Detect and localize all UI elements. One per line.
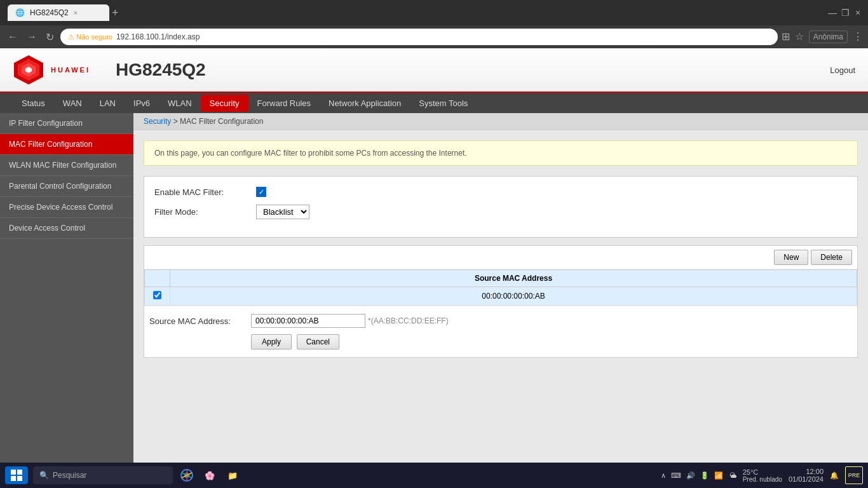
bookmark-icon[interactable]: ☆ bbox=[795, 30, 804, 43]
tab-close-btn[interactable]: × bbox=[74, 9, 78, 17]
source-mac-input[interactable] bbox=[251, 314, 365, 328]
nav-forward[interactable]: Forward Rules bbox=[248, 95, 320, 112]
source-mac-hint: *(AA:BB:CC:DD:EE:FF) bbox=[368, 316, 449, 325]
col-checkbox-header bbox=[145, 270, 170, 287]
breadcrumb-current: MAC Filter Configuration bbox=[180, 117, 263, 126]
edit-btn-row: Apply Cancel bbox=[149, 334, 852, 349]
sidebar: IP Filter Configuration MAC Filter Confi… bbox=[0, 113, 133, 463]
nav-menu: Status WAN LAN IPv6 WLAN Security Forwar… bbox=[0, 93, 868, 113]
brand-name: HUAWEI bbox=[51, 66, 90, 74]
url-bar[interactable]: ⚠ Não seguro 192.168.100.1/index.asp bbox=[60, 29, 778, 45]
content-area: Security > MAC Filter Configuration On t… bbox=[133, 113, 868, 463]
logout-btn[interactable]: Logout bbox=[830, 65, 855, 75]
sidebar-item-device-access[interactable]: Device Access Control bbox=[0, 218, 133, 239]
breadcrumb-parent[interactable]: Security bbox=[144, 117, 171, 126]
taskbar-browser-icon[interactable] bbox=[178, 466, 196, 484]
window-controls: — ❒ × bbox=[827, 8, 863, 18]
profile-btn[interactable]: Anônima bbox=[809, 30, 848, 43]
source-mac-edit-row: Source MAC Address: *(AA:BB:CC:DD:EE:FF) bbox=[149, 314, 852, 328]
new-tab-btn[interactable]: + bbox=[112, 6, 119, 20]
nav-wlan[interactable]: WLAN bbox=[159, 95, 201, 112]
menu-icon[interactable]: ⋮ bbox=[853, 30, 863, 43]
cancel-btn[interactable]: Cancel bbox=[297, 334, 339, 349]
nav-lan[interactable]: LAN bbox=[91, 95, 125, 112]
sidebar-item-wlan-mac-filter[interactable]: WLAN MAC Filter Configuration bbox=[0, 155, 133, 176]
filter-mode-label: Filter Mode: bbox=[154, 207, 256, 217]
nav-network-app[interactable]: Network Application bbox=[320, 95, 410, 112]
taskbar: 🔍 Pesquisar 🌸 📁 ∧ ⌨ 🔊 🔋 📶 🌥 25°C bbox=[0, 463, 868, 488]
sidebar-item-precise-device[interactable]: Precise Device Access Control bbox=[0, 197, 133, 218]
content-inner: On this page, you can configure MAC filt… bbox=[133, 130, 868, 368]
delete-btn[interactable]: Delete bbox=[811, 250, 852, 265]
enable-mac-filter-value bbox=[256, 187, 266, 197]
svg-rect-6 bbox=[11, 476, 16, 481]
enable-mac-filter-label: Enable MAC Filter: bbox=[154, 187, 256, 197]
tray-chevron-icon[interactable]: ∧ bbox=[661, 471, 666, 480]
weather-temp: 25°C bbox=[743, 468, 759, 476]
start-btn[interactable] bbox=[5, 466, 28, 484]
notification-icon[interactable]: 🔔 bbox=[830, 471, 839, 480]
back-btn[interactable]: ← bbox=[5, 29, 20, 45]
mac-filter-table-section: New Delete Source MAC Address bbox=[144, 245, 858, 358]
search-placeholder: Pesquisar bbox=[53, 471, 86, 480]
weather-icon: 🌥 bbox=[729, 471, 736, 479]
sidebar-item-mac-filter[interactable]: MAC Filter Configuration bbox=[0, 134, 133, 155]
edit-section: Source MAC Address: *(AA:BB:CC:DD:EE:FF)… bbox=[144, 306, 857, 357]
nav-ipv6[interactable]: IPv6 bbox=[125, 95, 159, 112]
clock-time: 12:00 bbox=[806, 468, 824, 475]
tray-network-icon: 📶 bbox=[714, 471, 723, 480]
col-source-mac-header: Source MAC Address bbox=[170, 270, 857, 287]
address-actions: ⊞ ☆ Anônima ⋮ bbox=[782, 30, 863, 43]
tray-battery-icon: 🔋 bbox=[700, 471, 709, 480]
maximize-btn[interactable]: ❒ bbox=[840, 8, 850, 18]
taskbar-right: ∧ ⌨ 🔊 🔋 📶 🌥 25°C Pred. nublado 12:00 01/… bbox=[661, 466, 863, 484]
svg-rect-7 bbox=[17, 476, 22, 481]
row-checkbox[interactable] bbox=[153, 291, 161, 299]
svg-rect-4 bbox=[11, 470, 16, 475]
table-row[interactable]: 00:00:00:00:00:AB bbox=[145, 287, 857, 306]
source-mac-edit-label: Source MAC Address: bbox=[149, 316, 251, 326]
close-btn[interactable]: × bbox=[853, 8, 863, 18]
router-ui: HUAWEI HG8245Q2 Logout Status WAN LAN IP… bbox=[0, 48, 868, 463]
taskbar-flower-icon[interactable]: 🌸 bbox=[201, 466, 219, 484]
tab-title: HG8245Q2 bbox=[30, 8, 69, 17]
not-secure-label: Não seguro bbox=[76, 33, 112, 41]
address-bar: ← → ↻ ⚠ Não seguro 192.168.100.1/index.a… bbox=[0, 25, 868, 48]
enable-mac-filter-checkbox[interactable] bbox=[256, 187, 266, 197]
browser-chrome: 🌐 HG8245Q2 × + — ❒ × bbox=[0, 0, 868, 25]
forward-btn[interactable]: → bbox=[24, 29, 39, 45]
info-text: On this page, you can configure MAC filt… bbox=[154, 149, 467, 158]
router-model: HG8245Q2 bbox=[116, 60, 830, 80]
sidebar-item-ip-filter[interactable]: IP Filter Configuration bbox=[0, 113, 133, 134]
router-header: HUAWEI HG8245Q2 Logout bbox=[0, 48, 868, 93]
row-checkbox-cell[interactable] bbox=[145, 287, 170, 306]
clock-widget[interactable]: 12:00 01/01/2024 bbox=[789, 468, 824, 483]
breadcrumb-separator: > bbox=[173, 117, 178, 126]
huawei-logo: HUAWEI bbox=[13, 54, 90, 86]
url-text: 192.168.100.1/index.asp bbox=[116, 32, 770, 41]
enable-mac-filter-row: Enable MAC Filter: bbox=[154, 187, 847, 197]
nav-wan[interactable]: WAN bbox=[54, 95, 91, 112]
taskbar-files-icon[interactable]: 📁 bbox=[224, 466, 241, 484]
nav-security[interactable]: Security bbox=[201, 95, 248, 112]
taskbar-search[interactable]: 🔍 Pesquisar bbox=[33, 466, 173, 484]
system-tray: ∧ ⌨ 🔊 🔋 📶 bbox=[661, 471, 723, 480]
filter-mode-select[interactable]: Blacklist Whitelist bbox=[256, 205, 309, 219]
tray-volume-icon[interactable]: 🔊 bbox=[686, 471, 695, 480]
main-area: IP Filter Configuration MAC Filter Confi… bbox=[0, 113, 868, 463]
apply-btn[interactable]: Apply bbox=[251, 334, 292, 349]
security-warning-icon: ⚠ Não seguro bbox=[68, 33, 112, 41]
nav-system-tools[interactable]: System Tools bbox=[410, 95, 477, 112]
new-btn[interactable]: New bbox=[774, 250, 808, 265]
weather-desc: Pred. nublado bbox=[743, 476, 782, 483]
tab-bar: 🌐 HG8245Q2 × + bbox=[5, 4, 822, 21]
reload-btn[interactable]: ↻ bbox=[43, 29, 57, 46]
translate-icon[interactable]: ⊞ bbox=[782, 30, 790, 43]
sidebar-item-parental-control[interactable]: Parental Control Configuration bbox=[0, 176, 133, 197]
minimize-btn[interactable]: — bbox=[827, 8, 837, 18]
weather-text: 25°C Pred. nublado bbox=[743, 468, 782, 483]
nav-status[interactable]: Status bbox=[13, 95, 54, 112]
pre-label: PRE bbox=[845, 466, 863, 484]
taskbar-icons: 🌸 📁 bbox=[178, 466, 241, 484]
active-tab[interactable]: 🌐 HG8245Q2 × bbox=[8, 4, 109, 21]
